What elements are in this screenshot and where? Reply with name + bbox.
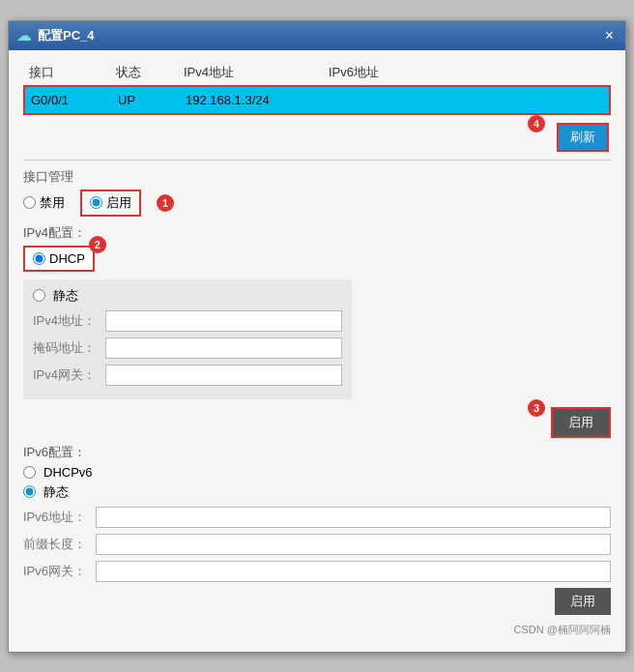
ipv6-static-radio[interactable] — [23, 485, 36, 498]
mask-label: 掩码地址： — [33, 339, 105, 357]
ipv4-gw-label: IPv4网关： — [33, 366, 105, 384]
dhcp-label: DHCP — [49, 251, 85, 266]
ipv6-apply-row: 启用 — [23, 588, 611, 615]
close-button[interactable]: × — [601, 28, 618, 44]
iface-manage-section: 接口管理 禁用 启用 1 — [23, 168, 611, 217]
dhcpv6-option[interactable]: DHCPv6 — [23, 465, 611, 480]
mask-row: 掩码地址： — [33, 337, 342, 359]
ipv6-config-section: IPv6配置： DHCPv6 静态 IPv6地址： 前缀长度： IPv6网关： — [23, 444, 611, 615]
refresh-button[interactable]: 刷新 — [557, 123, 609, 152]
enable-radio[interactable] — [90, 196, 102, 209]
static-radio[interactable] — [33, 289, 45, 302]
row-ipv4: 192.168.1.3/24 — [186, 93, 321, 107]
disable-radio[interactable] — [23, 196, 36, 209]
dhcp-radio[interactable] — [33, 252, 45, 265]
table-row[interactable]: G0/0/1 UP 192.168.1.3/24 — [25, 87, 609, 113]
titlebar: ☁ 配置PC_4 × — [9, 21, 625, 50]
enable-label: 启用 — [106, 194, 131, 212]
static-label: 静态 — [53, 287, 78, 305]
ipv6-static-option[interactable]: 静态 — [23, 483, 611, 501]
col-iface: 接口 — [29, 64, 106, 81]
mask-input[interactable] — [105, 337, 342, 359]
badge-1: 1 — [157, 194, 174, 212]
cloud-icon: ☁ — [16, 26, 32, 44]
static-option[interactable]: 静态 — [33, 287, 342, 305]
ipv6-addr-label: IPv6地址： — [23, 509, 96, 526]
col-ipv6: IPv6地址 — [329, 64, 605, 81]
ipv4-static-section: 静态 IPv4地址： 掩码地址： IPv4网关： — [23, 279, 352, 399]
prefix-row: 前缀长度： — [23, 534, 611, 555]
ipv4-gw-input[interactable] — [105, 365, 342, 386]
ipv4-addr-row: IPv4地址： — [33, 310, 342, 332]
ipv6-gw-row: IPv6网关： — [23, 561, 611, 582]
ipv4-config-label: IPv4配置： — [23, 224, 611, 242]
ipv6-apply-button[interactable]: 启用 — [555, 588, 611, 615]
ipv4-apply-row: 3 启用 — [23, 407, 611, 438]
ipv4-gw-row: IPv4网关： — [33, 365, 342, 386]
ipv4-config-section: IPv4配置： DHCP 2 静态 IPv4地址： 掩码地址： — [23, 224, 611, 438]
ipv4-addr-label: IPv4地址： — [33, 312, 105, 330]
window-title: 配置PC_4 — [38, 27, 95, 44]
col-status: 状态 — [116, 64, 174, 81]
badge-2: 2 — [89, 236, 106, 253]
ipv4-apply-button[interactable]: 启用 — [551, 407, 611, 438]
badge-4: 4 — [528, 115, 545, 132]
disable-option[interactable]: 禁用 — [23, 194, 65, 212]
table-header: 接口 状态 IPv4地址 IPv6地址 — [23, 60, 611, 85]
ipv6-addr-input[interactable] — [96, 507, 611, 528]
titlebar-left: ☁ 配置PC_4 — [16, 26, 95, 44]
enable-option[interactable]: 启用 — [80, 190, 141, 217]
col-ipv4: IPv4地址 — [184, 64, 319, 81]
interface-table: 接口 状态 IPv4地址 IPv6地址 G0/0/1 UP 192.168.1.… — [23, 60, 611, 115]
table-body: G0/0/1 UP 192.168.1.3/24 — [23, 85, 611, 115]
disable-label: 禁用 — [40, 194, 65, 212]
dhcp-option-box[interactable]: DHCP — [23, 246, 95, 272]
dhcpv6-label: DHCPv6 — [43, 465, 93, 480]
ipv6-static-label: 静态 — [43, 483, 69, 501]
main-window: ☁ 配置PC_4 × 接口 状态 IPv4地址 IPv6地址 G0/0/1 UP… — [8, 20, 626, 653]
ipv6-gw-input[interactable] — [96, 561, 611, 582]
ipv6-gw-label: IPv6网关： — [23, 563, 96, 580]
refresh-row: 4 刷新 — [23, 123, 611, 152]
watermark: CSDN @楠阿阿阿楠 — [23, 623, 611, 637]
ipv6-config-label: IPv6配置： — [23, 444, 611, 461]
row-ipv6 — [331, 93, 603, 107]
badge-3: 3 — [528, 399, 545, 417]
iface-manage-radio-row: 禁用 启用 1 — [23, 190, 611, 217]
ipv6-addr-row: IPv6地址： — [23, 507, 611, 528]
content-area: 接口 状态 IPv4地址 IPv6地址 G0/0/1 UP 192.168.1.… — [9, 50, 625, 652]
prefix-input[interactable] — [96, 534, 611, 555]
row-iface: G0/0/1 — [31, 93, 108, 107]
row-status: UP — [118, 93, 176, 107]
prefix-label: 前缀长度： — [23, 536, 96, 553]
dhcpv6-radio[interactable] — [23, 466, 36, 479]
ipv4-addr-input[interactable] — [105, 310, 342, 332]
iface-manage-label: 接口管理 — [23, 168, 611, 186]
